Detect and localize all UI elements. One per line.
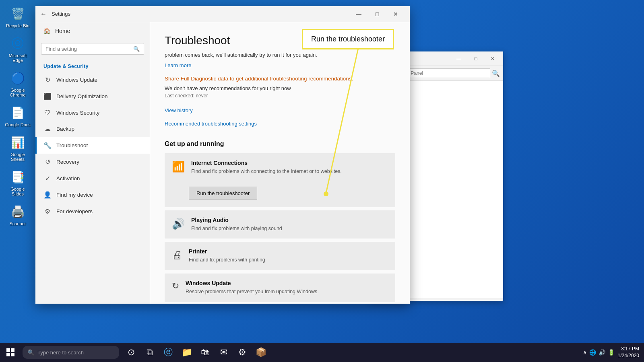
settings-window-title: Settings (52, 11, 349, 17)
taskbar-mail[interactable]: ✉ (215, 343, 233, 361)
activation-label: Activation (56, 175, 80, 181)
tray-date-display: 1/24/2020 (618, 352, 639, 359)
playing-audio-icon: 🔊 (172, 218, 185, 230)
recommended-settings-link[interactable]: Recommended troubleshooting settings (165, 121, 257, 127)
taskbar-explorer[interactable]: 📁 (178, 343, 196, 361)
printer-icon: 🖨 (172, 249, 182, 261)
backup-icon: ☁ (43, 125, 52, 133)
recycle-bin-label: Recycle Bin (6, 23, 29, 28)
svg-rect-4 (6, 353, 10, 356)
tray-clock: 3:17 PM 1/24/2020 (618, 346, 639, 359)
tray-time-display: 3:17 PM (618, 346, 639, 352)
callout-arrow (262, 24, 362, 205)
sidebar-item-delivery-optimization[interactable]: ⬛ Delivery Optimization (35, 88, 150, 105)
svg-point-1 (324, 191, 328, 196)
taskbar-task-view[interactable]: ⧉ (141, 343, 159, 361)
sidebar-item-activation[interactable]: ✓ Activation (35, 170, 150, 187)
google-docs-label: Google Docs (5, 122, 31, 127)
taskbar-search-icon: 🔍 (27, 349, 34, 356)
learn-more-link[interactable]: Learn more (165, 62, 191, 68)
run-troubleshooter-button[interactable]: Run the troubleshooter (189, 187, 257, 200)
desktop: 🗑️ Recycle Bin ⓔ Microsoft Edge 🔵 Google… (0, 0, 644, 362)
callout-box: Run the troubleshooter (302, 29, 394, 49)
windows-security-label: Windows Security (56, 110, 99, 116)
google-slides-label: Google Slides (5, 187, 31, 196)
find-my-device-icon: 👤 (43, 191, 52, 199)
sidebar-item-backup[interactable]: ☁ Backup (35, 121, 150, 137)
scanner-label: Scanner (10, 221, 26, 226)
audio-item-name: Playing Audio (191, 217, 388, 223)
view-history-link[interactable]: View history (165, 107, 193, 113)
svg-rect-2 (6, 348, 10, 352)
troubleshoot-item-printer[interactable]: 🖨 Printer Find and fix problems with pri… (165, 242, 395, 270)
delivery-optimization-label: Delivery Optimization (56, 93, 108, 99)
tray-network-icon: 🌐 (589, 349, 596, 356)
taskbar-store[interactable]: 🛍 (196, 343, 214, 361)
delivery-optimization-icon: ⬛ (43, 93, 52, 100)
desktop-icon-google-sheets[interactable]: 📊 Google Sheets (3, 133, 32, 163)
sidebar-search: 🔍 (41, 43, 144, 55)
windows-update-fix-content: Windows Update Resolve problems that pre… (186, 280, 388, 296)
backup-label: Backup (56, 126, 74, 132)
troubleshoot-item-windows-update[interactable]: ↻ Windows Update Resolve problems that p… (165, 274, 395, 302)
taskbar-search-bar[interactable]: 🔍 Type here to search (23, 346, 119, 359)
google-sheets-icon: 📊 (10, 134, 26, 150)
tray-icons: ∧ 🌐 🔊 🔋 (583, 349, 615, 356)
sidebar-item-troubleshoot[interactable]: 🔧 Troubleshoot (35, 137, 150, 154)
windows-security-icon: 🛡 (43, 109, 52, 116)
audio-item-content: Playing Audio Find and fix problems with… (191, 217, 388, 232)
tray-chevron-icon[interactable]: ∧ (583, 349, 587, 356)
recovery-icon: ↺ (43, 158, 52, 166)
taskbar-edge[interactable]: ⓔ (159, 343, 177, 361)
cp-maximize-button[interactable]: □ (469, 51, 483, 66)
printer-item-desc: Find and fix problems with printing (189, 256, 388, 264)
maximize-button[interactable]: □ (368, 6, 386, 22)
close-button[interactable]: ✕ (386, 6, 405, 22)
start-button[interactable] (0, 343, 21, 362)
tray-volume-icon: 🔊 (599, 349, 605, 356)
desktop-icon-scanner[interactable]: 🖨️ Scanner (3, 202, 32, 228)
desktop-icon-edge[interactable]: ⓔ Microsoft Edge (3, 34, 32, 64)
edge-icon: ⓔ (10, 35, 26, 51)
windows-update-label: Windows Update (56, 77, 97, 83)
sidebar-search-icon: 🔍 (133, 46, 140, 52)
edge-label: Microsoft Edge (5, 53, 31, 63)
cp-close-button[interactable]: ✕ (485, 51, 500, 66)
troubleshoot-item-audio[interactable]: 🔊 Playing Audio Find and fix problems wi… (165, 210, 395, 239)
printer-item-name: Printer (189, 248, 388, 255)
find-my-device-label: Find my device (56, 192, 93, 198)
taskbar-search-text: Type here to search (37, 350, 84, 356)
back-button[interactable]: ← (40, 10, 47, 18)
activation-icon: ✓ (43, 175, 52, 182)
scanner-icon: 🖨️ (10, 204, 26, 220)
troubleshoot-label: Troubleshoot (56, 142, 88, 148)
desktop-icon-recycle-bin[interactable]: 🗑️ Recycle Bin (3, 4, 32, 30)
sidebar-item-find-my-device[interactable]: 👤 Find my device (35, 187, 150, 203)
taskbar-settings[interactable]: ⚙ (233, 343, 251, 361)
windows-update-icon: ↻ (43, 76, 52, 84)
desktop-icon-google-slides[interactable]: 📑 Google Slides (3, 167, 32, 198)
sidebar-item-windows-update[interactable]: ↻ Windows Update (35, 72, 150, 88)
taskbar-extra[interactable]: 📦 (252, 343, 270, 361)
desktop-icon-google-docs[interactable]: 📄 Google Docs (3, 103, 32, 129)
svg-rect-5 (11, 353, 14, 356)
sidebar-item-for-developers[interactable]: ⚙ For developers (35, 203, 150, 220)
taskbar-apps: ⊙ ⧉ ⓔ 📁 🛍 ✉ ⚙ 📦 (122, 343, 270, 361)
settings-titlebar: ← Settings — □ ✕ (35, 6, 410, 22)
minimize-button[interactable]: — (349, 6, 368, 22)
taskbar-cortana[interactable]: ⊙ (122, 343, 140, 361)
sidebar-home[interactable]: 🏠 Home (35, 22, 150, 40)
callout-label: Run the troubleshooter (311, 35, 385, 43)
desktop-icon-chrome[interactable]: 🔵 Google Chrome (3, 68, 32, 99)
find-setting-input[interactable] (45, 46, 133, 52)
settings-sidebar: 🏠 Home 🔍 Update & Security ↻ Windows Upd… (35, 22, 150, 304)
titlebar-controls: — □ ✕ (349, 6, 405, 22)
sidebar-item-recovery[interactable]: ↺ Recovery (35, 154, 150, 170)
sidebar-item-windows-security[interactable]: 🛡 Windows Security (35, 105, 150, 121)
chrome-label: Google Chrome (5, 88, 31, 97)
cp-minimize-button[interactable]: — (452, 51, 466, 66)
google-sheets-label: Google Sheets (5, 152, 31, 162)
google-docs-icon: 📄 (10, 105, 26, 121)
recovery-label: Recovery (56, 159, 79, 165)
printer-item-content: Printer Find and fix problems with print… (189, 248, 388, 264)
